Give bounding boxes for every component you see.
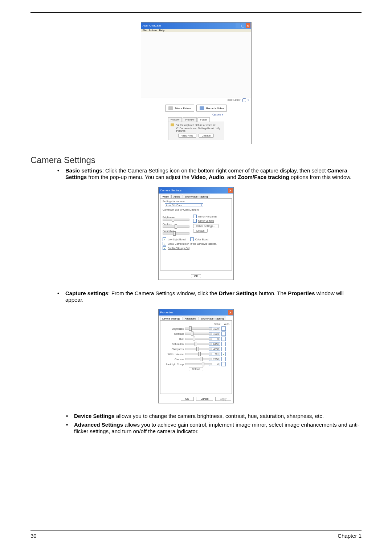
show-icon-label: Show Camera icon in the Windows taskbar.: [168, 243, 217, 245]
ok-button[interactable]: OK: [181, 397, 194, 401]
close-icon[interactable]: ×: [228, 188, 233, 193]
folder-panel: Put the captured picture or video in: C:…: [168, 122, 224, 140]
low-light-checkbox[interactable]: [163, 237, 166, 241]
resolution-label[interactable]: 640 x 480 ▾: [228, 99, 241, 102]
take-picture-button[interactable]: Take a Picture: [165, 105, 194, 112]
capture-settings-label: Capture settings: [65, 290, 108, 296]
vlounge-checkbox[interactable]: [163, 246, 166, 250]
tab-device-settings[interactable]: Device Settings: [160, 317, 182, 320]
auto-checkbox[interactable]: [221, 357, 226, 361]
prop-row: Hue0: [163, 337, 229, 341]
default-button[interactable]: Default: [189, 367, 203, 371]
screenshot-orbicam-window: Acer OrbiCam – ▢ × File Actions Help 640…: [141, 22, 252, 144]
camera-settings-icon[interactable]: [242, 98, 246, 102]
dropdown-caret-icon[interactable]: ▾: [248, 99, 249, 102]
screenshot-camera-settings-dialog: Camera Settings × Video Audio Zoom/Face …: [158, 187, 234, 280]
tab-zoom-face[interactable]: Zoom/Face Tracking: [183, 195, 210, 198]
bullet-device-settings: Device Settings allows you to change the…: [66, 413, 362, 419]
show-icon-checkbox[interactable]: [163, 242, 166, 245]
chevron-up-icon[interactable]: ●: [222, 113, 223, 116]
window-title: Acer OrbiCam: [143, 24, 235, 27]
titlebar: Properties ×: [159, 309, 233, 316]
device-settings-label: Device Settings: [74, 413, 115, 419]
color-boost-checkbox[interactable]: [190, 237, 194, 241]
mirror-h-label: Mirror Horizontal: [198, 215, 217, 218]
window-title: Camera Settings: [160, 189, 228, 192]
view-files-button[interactable]: View Files: [178, 134, 196, 138]
settings-for-label: Settings for camera:: [163, 200, 229, 203]
col-value: Value: [214, 323, 220, 325]
default-button[interactable]: Default: [193, 229, 208, 233]
prop-slider[interactable]: [185, 328, 212, 330]
options-link[interactable]: Options: [212, 113, 221, 116]
prop-slider[interactable]: [185, 333, 212, 335]
page-footer: 30 Chapter 1: [30, 530, 362, 539]
take-picture-label: Take a Picture: [175, 107, 191, 110]
tab-zoom-face[interactable]: Zoom/Face Tracking: [199, 317, 226, 320]
close-icon[interactable]: ×: [246, 23, 250, 28]
prop-slider[interactable]: [185, 348, 212, 350]
video-panel: Settings for camera: Acer OrbiCam ▾ Came…: [160, 198, 232, 271]
advanced-settings-label: Advanced Settings: [74, 422, 123, 428]
prop-slider[interactable]: [185, 363, 212, 365]
chevron-down-icon: ▾: [201, 204, 202, 207]
tab-window[interactable]: Window: [168, 117, 182, 122]
auto-checkbox[interactable]: [221, 326, 226, 331]
ok-button[interactable]: OK: [191, 274, 201, 278]
prop-slider[interactable]: [185, 338, 212, 340]
tab-audio[interactable]: Audio: [171, 195, 182, 198]
auto-checkbox[interactable]: [221, 332, 226, 336]
prop-slider[interactable]: [185, 353, 212, 355]
path-label: C:\Documents and Settings\Acer\...\My Pi…: [171, 127, 222, 132]
prop-name: White balance: [163, 353, 184, 355]
col-auto: Auto: [224, 323, 229, 325]
driver-settings-button[interactable]: Driver Settings...: [193, 224, 219, 228]
tab-preview[interactable]: Preview: [183, 117, 197, 122]
brightness-slider[interactable]: [163, 219, 189, 221]
maximize-icon[interactable]: ▢: [241, 23, 245, 28]
titlebar: Camera Settings ×: [159, 187, 233, 194]
contrast-slider[interactable]: [163, 225, 189, 228]
auto-checkbox[interactable]: [221, 337, 226, 341]
auto-checkbox[interactable]: [221, 347, 226, 351]
camera-icon: [168, 106, 173, 110]
vlounge-label: Enable VloungeON: [168, 247, 189, 249]
prop-row: Sharpness4830: [163, 347, 229, 351]
in-use-label: Camera in use by QuickCapture.: [163, 208, 229, 211]
tab-video[interactable]: Video: [160, 195, 171, 198]
change-button[interactable]: Change: [199, 134, 214, 138]
bullet-advanced-settings: Advanced Settings allows you to achieve …: [66, 422, 362, 435]
prop-slider[interactable]: [185, 358, 212, 360]
tab-folder[interactable]: Folder: [197, 117, 210, 122]
auto-checkbox[interactable]: [221, 352, 226, 356]
device-panel: Value Auto Brightness1019Contrast1003Hue…: [160, 320, 232, 394]
close-icon[interactable]: ×: [228, 310, 233, 315]
auto-checkbox[interactable]: [221, 362, 226, 366]
saturation-slider[interactable]: [163, 232, 189, 235]
menu-help[interactable]: Help: [159, 29, 164, 32]
record-video-button[interactable]: Record a Video: [196, 105, 227, 112]
menu-file[interactable]: File: [143, 29, 147, 32]
folder-icon: [171, 123, 174, 126]
minimize-icon[interactable]: –: [236, 23, 240, 28]
cancel-button[interactable]: Cancel: [196, 397, 213, 401]
prop-name: Brightness: [163, 328, 184, 330]
menu-actions[interactable]: Actions: [149, 29, 157, 32]
mirror-v-checkbox[interactable]: [193, 219, 197, 223]
prop-name: Gamma: [163, 358, 184, 361]
auto-checkbox[interactable]: [221, 342, 226, 346]
prop-row: Brightness1019: [163, 326, 229, 331]
screenshot-properties-dialog: Properties × Device Settings Advanced Zo…: [158, 309, 234, 403]
titlebar: Acer OrbiCam – ▢ ×: [141, 23, 251, 29]
prop-name: Contrast: [163, 333, 184, 335]
bullet-basic-settings: Basic settings: Click the Camera Setting…: [57, 167, 362, 180]
camera-select[interactable]: Acer OrbiCam ▾: [165, 203, 203, 207]
brightness-label: Brightness: [163, 216, 189, 219]
tab-advanced[interactable]: Advanced: [183, 317, 198, 320]
saturation-label: Saturation: [163, 230, 189, 232]
prop-row: Saturation6456: [163, 342, 229, 346]
mirror-h-checkbox[interactable]: [193, 215, 197, 218]
apply-button[interactable]: Apply: [215, 397, 231, 401]
status-strip: 640 x 480 ▾ ▾: [141, 98, 251, 102]
prop-slider[interactable]: [185, 343, 212, 345]
